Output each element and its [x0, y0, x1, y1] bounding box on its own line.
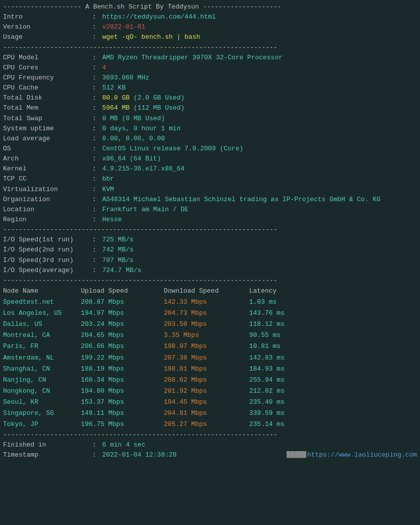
usage-label: Usage	[3, 32, 88, 42]
row-download: 203.58 Mbps	[164, 319, 249, 330]
row-download: 3.35 Mbps	[164, 330, 249, 341]
system-divider-top: ----------------------------------------…	[3, 43, 417, 53]
row-latency: 1.03 ms	[249, 297, 309, 308]
row-download: 208.62 Mbps	[164, 375, 249, 386]
kernel-value: 4.9.215-36.el7.x86_64	[102, 164, 184, 174]
row-upload: 208.87 Mbps	[81, 297, 164, 308]
row-latency: 143.76 ms	[249, 308, 309, 319]
row-node: Seoul, KR	[3, 397, 81, 408]
total-mem-label: Total Mem	[3, 103, 88, 113]
table-row: Tokyo, JP 196.75 Mbps 205.27 Mbps 235.14…	[3, 419, 417, 430]
row-upload: 153.37 Mbps	[81, 397, 164, 408]
cpu-model-line: CPU Model : AMD Ryzen Threadripper 3970X…	[3, 53, 417, 63]
timestamp-value: 2022-01-04 12:38:28	[102, 450, 176, 460]
total-disk-label: Total Disk	[3, 93, 88, 103]
uptime-line: System uptime : 0 days, 0 hour 1 min	[3, 124, 417, 134]
total-swap-label: Total Swap	[3, 114, 88, 124]
row-latency: 118.12 ms	[249, 319, 309, 330]
usage-value: wget -qO- bench.sh | bash	[102, 32, 200, 42]
region-label: Region	[3, 215, 88, 225]
footer-right-block: █████ https://www.laoliuceping.com	[287, 450, 417, 460]
row-upload: 206.66 Mbps	[81, 341, 164, 352]
row-download: 204.81 Mbps	[164, 408, 249, 419]
io-run3-line: I/O Speed(3rd run) : 707 MB/s	[3, 255, 417, 266]
timestamp-line: Timestamp : 2022-01-04 12:38:28	[3, 450, 287, 460]
footer-link[interactable]: https://www.laoliuceping.com	[307, 450, 417, 460]
row-download: 142.33 Mbps	[164, 297, 249, 308]
kernel-line: Kernel : 4.9.215-36.el7.x86_64	[3, 164, 417, 174]
header-divider: -------------------- A Bench.sh Script B…	[3, 2, 417, 12]
io-run1-line: I/O Speed(1st run) : 725 MB/s	[3, 235, 417, 245]
footer-squares: █████	[287, 450, 306, 460]
tcp-label: TCP CC	[3, 174, 88, 184]
location-label: Location	[3, 205, 88, 215]
cpu-cache-line: CPU Cache : 512 KB	[3, 83, 417, 93]
org-line: Organization : AS48314 Michael Sebastian…	[3, 195, 417, 205]
uptime-label: System uptime	[3, 124, 88, 134]
finished-value: 6 min 4 sec	[102, 440, 145, 450]
row-latency: 142.83 ms	[249, 353, 309, 364]
load-value: 0.00, 0.00, 0.00	[102, 134, 165, 144]
io-divider-top: ----------------------------------------…	[3, 225, 417, 235]
version-line: Version : v2022-01-01	[3, 22, 417, 32]
row-node: Speedtest.net	[3, 297, 81, 308]
row-upload: 188.19 Mbps	[81, 364, 164, 375]
network-rows: Speedtest.net 208.87 Mbps 142.33 Mbps 1.…	[3, 297, 417, 430]
total-mem-line: Total Mem : 5964 MB (112 MB Used)	[3, 103, 417, 113]
io-avg-label: I/O Speed(average)	[3, 266, 88, 276]
cpu-model-label: CPU Model	[3, 53, 88, 63]
arch-label: Arch	[3, 154, 88, 164]
table-row: Paris, FR 206.66 Mbps 198.07 Mbps 10.81 …	[3, 341, 417, 352]
row-node: Los Angeles, US	[3, 308, 81, 319]
kernel-label: Kernel	[3, 164, 88, 174]
intro-label: Intro	[3, 12, 88, 22]
io-run1-label: I/O Speed(1st run)	[3, 235, 88, 245]
row-node: Paris, FR	[3, 341, 81, 352]
row-upload: 196.75 Mbps	[81, 419, 164, 430]
uptime-value: 0 days, 0 hour 1 min	[102, 124, 180, 134]
arch-value: x86_64 (64 Bit)	[102, 154, 161, 164]
region-line: Region : Hesse	[3, 215, 417, 225]
row-upload: 149.11 Mbps	[81, 408, 164, 419]
total-swap-line: Total Swap : 0 MB (0 MB Used)	[3, 114, 417, 124]
table-row: Seoul, KR 153.37 Mbps 194.45 Mbps 235.40…	[3, 397, 417, 408]
row-download: 198.81 Mbps	[164, 364, 249, 375]
footer-divider: ----------------------------------------…	[3, 430, 417, 440]
version-value: v2022-01-01	[102, 22, 145, 32]
intro-value: https://teddysun.com/444.html	[102, 12, 216, 22]
network-table-header: Node Name Upload Speed Download Speed La…	[3, 286, 417, 297]
row-node: Tokyo, JP	[3, 419, 81, 430]
io-run3-label: I/O Speed(3rd run)	[3, 255, 88, 266]
total-mem-value1: 5964 MB	[102, 103, 130, 113]
network-divider-top: ----------------------------------------…	[3, 276, 417, 286]
col-latency-header: Latency	[249, 286, 309, 297]
table-row: Hongkong, CN 194.80 Mbps 201.92 Mbps 212…	[3, 386, 417, 397]
io-avg-line: I/O Speed(average) : 724.7 MB/s	[3, 266, 417, 276]
row-node: Singapore, SG	[3, 408, 81, 419]
row-latency: 184.93 ms	[249, 364, 309, 375]
location-value: Frankfurt am Main / DE	[102, 205, 188, 215]
tcp-value: bbr	[102, 174, 114, 184]
cpu-freq-line: CPU Frequency : 3693.060 MHz	[3, 73, 417, 83]
footer-bottom-line: Timestamp : 2022-01-04 12:38:28 █████ ht…	[3, 450, 417, 460]
table-row: Los Angeles, US 194.97 Mbps 204.73 Mbps …	[3, 308, 417, 319]
table-row: Dallas, US 203.24 Mbps 203.58 Mbps 118.1…	[3, 319, 417, 330]
finished-label: Finished in	[3, 440, 88, 450]
table-row: Amsterdam, NL 199.22 Mbps 207.38 Mbps 14…	[3, 353, 417, 364]
row-upload: 194.80 Mbps	[81, 386, 164, 397]
row-upload: 194.97 Mbps	[81, 308, 164, 319]
virt-label: Virtualization	[3, 185, 88, 195]
load-line: Load average : 0.00, 0.00, 0.00	[3, 134, 417, 144]
row-node: Amsterdam, NL	[3, 353, 81, 364]
load-label: Load average	[3, 134, 88, 144]
io-run2-line: I/O Speed(2nd run) : 742 MB/s	[3, 245, 417, 255]
row-latency: 10.81 ms	[249, 341, 309, 352]
row-upload: 204.65 Mbps	[81, 330, 164, 341]
col-node-header: Node Name	[3, 286, 81, 297]
total-swap-value: 0 MB (0 MB Used)	[102, 114, 165, 124]
row-node: Hongkong, CN	[3, 386, 81, 397]
row-node: Dallas, US	[3, 319, 81, 330]
io-avg-value: 724.7 MB/s	[102, 266, 141, 276]
intro-line: Intro : https://teddysun.com/444.html	[3, 12, 417, 22]
tcp-line: TCP CC : bbr	[3, 174, 417, 184]
